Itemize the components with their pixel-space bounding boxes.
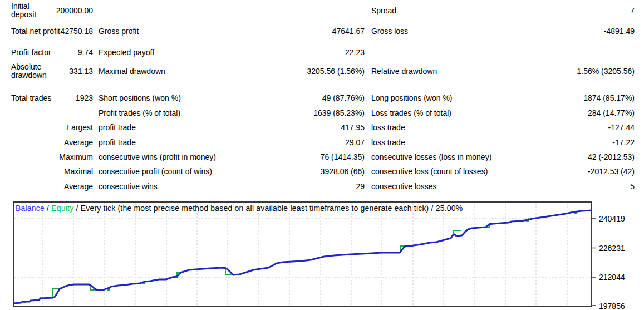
stat-label: profit trade [99,123,136,132]
stat-value: -2012.53 (42) [588,167,635,176]
stat-value: 3205.56 (1.56%) [307,67,365,76]
stat-label: Profit factor [11,48,51,57]
stats-row: Maximal consecutive profit (count of win… [11,164,635,179]
stats-row: Total net profit42750.18 Gross profit476… [11,21,635,41]
stat-value: 331.13 [69,67,93,76]
stat-label: Relative drawdown [371,67,437,76]
stats-row: Maximum consecutive wins (profit in mone… [11,150,635,164]
stat-value: Maximal [64,167,93,176]
stats-row: Profit trades (% of total)1639 (85.23%) … [11,106,635,120]
stat-label: consecutive profit (count of wins) [99,167,212,176]
y-axis-label: 197856 [599,302,625,310]
stat-value: 47641.67 [332,27,365,36]
stat-value: 29 [356,182,365,191]
stat-value: 76 (1414.35) [321,152,365,161]
stat-value: 417.95 [341,123,365,132]
stat-label: loss trade [371,138,405,147]
stat-value: 42750.18 [61,27,93,36]
legend-separator: / [45,204,51,213]
stat-label: Expected payoff [99,48,154,57]
stat-value: 7 [630,6,635,15]
stats-row: Average profit trade29.07 loss trade-17.… [11,135,635,150]
legend-separator: / [73,204,80,213]
stat-value: Maximum [59,152,93,161]
stat-value: Average [64,182,93,191]
stat-value: 1639 (85.23%) [313,109,365,117]
legend-equity-label: Equity [51,204,73,213]
stat-label: Long positions (won %) [371,94,453,102]
stat-label: profit trade [99,138,136,147]
stats-row: Profit factor9.74 Expected payoff22.23 [11,45,635,60]
stat-label: Short positions (won %) [99,94,181,102]
stat-label: consecutive loss (count of losses) [371,167,488,176]
stat-label: Total net profit [11,27,60,36]
stat-label: loss trade [371,123,405,132]
stat-value: 42 (-2012.53) [588,152,635,161]
stat-label: Absolute drawdown [11,63,62,80]
stat-value: Average [64,138,93,147]
stats-row: Initial deposit200000.00 Spread7 [11,3,635,18]
stat-label: Maximal drawdown [99,67,165,76]
stat-value: 5 [630,182,635,191]
stat-value: 29.07 [345,138,365,147]
stats-row: Average consecutive wins29 consecutive l… [11,179,635,194]
stat-value: 49 (87.76%) [322,94,365,102]
y-axis-label: 226231 [599,244,625,253]
y-axis-label: 240419 [599,214,625,223]
stat-label: Spread [371,6,396,15]
stat-label: consecutive losses [371,182,437,191]
stat-label: Total trades [11,94,51,102]
stat-label: Loss trades (% of total) [371,109,451,117]
stat-value: -127.44 [608,123,635,132]
stat-label: consecutive wins (profit in money) [99,152,216,161]
stat-value: 3928.06 (66) [321,167,365,176]
stat-label: Gross loss [371,27,408,36]
stat-value: 9.74 [78,48,93,57]
stat-label: consecutive losses (loss in money) [371,152,491,161]
stat-value: 1.56% (3205.56) [577,67,635,76]
stat-value: 1923 [76,94,93,102]
stats-row: Absolute drawdown331.13 Maximal drawdown… [11,61,635,81]
stats-row: Total trades1923 Short positions (won %)… [11,91,635,105]
y-axis-label: 212044 [599,273,625,282]
chart-legend: Balance / Equity / Every tick (the most … [16,204,583,213]
stat-value: 1874 (85.17%) [583,94,635,102]
balance-chart-svg: 240419226231212044197856 [13,201,644,310]
stat-value: Largest [67,123,93,132]
stat-label: Initial deposit [11,2,56,19]
stat-label: Gross profit [99,27,139,36]
stat-value: 22.23 [345,48,365,57]
stat-value: -17.22 [612,138,635,147]
stat-value: -4891.49 [604,27,635,36]
legend-balance-label: Balance [16,204,45,213]
stats-row: Largest profit trade417.95 loss trade-12… [11,120,635,135]
stat-value: 200000.00 [56,6,93,15]
stat-value: 284 (14.77%) [588,109,635,117]
legend-method-text: Every tick (the most precise method base… [81,204,463,213]
stat-label: Profit trades (% of total) [99,109,180,117]
stat-label: consecutive wins [99,182,158,191]
